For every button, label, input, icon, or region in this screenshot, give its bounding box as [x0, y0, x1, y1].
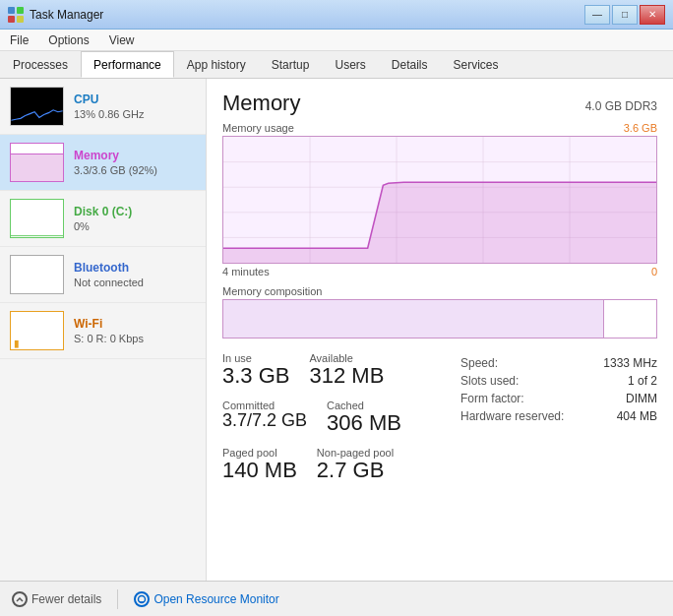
composition-chart — [222, 299, 657, 339]
tab-processes[interactable]: Processes — [0, 51, 81, 78]
sidebar-item-bluetooth[interactable]: Bluetooth Not connected — [0, 247, 206, 303]
panel-subtitle: 4.0 GB DDR3 — [585, 99, 657, 113]
memory-chart-section: Memory usage 3.6 GB — [222, 122, 657, 277]
main-content: CPU 13% 0.86 GHz Memory 3.3/3.6 GB (92%) — [0, 79, 673, 581]
cpu-detail: 13% 0.86 GHz — [74, 108, 145, 120]
window-controls: — □ ✕ — [584, 5, 665, 25]
fewer-details-icon — [12, 591, 28, 607]
bluetooth-thumbnail — [10, 255, 64, 294]
chart-time-row: 4 minutes 0 — [222, 266, 657, 277]
svg-rect-2 — [8, 16, 15, 23]
sidebar: CPU 13% 0.86 GHz Memory 3.3/3.6 GB (92%) — [0, 79, 207, 581]
svg-rect-5 — [11, 200, 63, 238]
tab-bar: Processes Performance App history Startu… — [0, 51, 673, 79]
form-label: Form factor: — [460, 392, 524, 405]
wifi-info: Wi-Fi S: 0 R: 0 Kbps — [74, 317, 144, 344]
tab-performance[interactable]: Performance — [81, 51, 174, 78]
stat-in-use: In use 3.3 GB — [222, 352, 289, 388]
close-button[interactable]: ✕ — [640, 5, 665, 25]
stats-container: In use 3.3 GB Available 312 MB Committed… — [222, 352, 657, 495]
stat-paged: Paged pool 140 MB — [222, 447, 297, 482]
bottom-separator — [117, 589, 118, 609]
right-stat-speed: Speed: 1333 MHz — [460, 356, 657, 370]
svg-rect-7 — [11, 312, 63, 350]
tab-users[interactable]: Users — [322, 51, 378, 78]
sidebar-item-wifi[interactable]: Wi-Fi S: 0 R: 0 Kbps — [0, 303, 206, 359]
tab-app-history[interactable]: App history — [174, 51, 259, 78]
cpu-info: CPU 13% 0.86 GHz — [74, 92, 145, 120]
stat-in-use-value: 3.3 GB — [222, 364, 289, 388]
app-icon — [8, 7, 24, 23]
open-monitor-label: Open Resource Monitor — [153, 592, 278, 606]
memory-chart — [222, 136, 657, 264]
bluetooth-info: Bluetooth Not connected — [74, 261, 144, 288]
menu-bar: File Options View — [0, 30, 673, 51]
memory-name: Memory — [74, 149, 157, 162]
stat-cached: Cached 306 MB — [327, 400, 401, 435]
svg-rect-1 — [17, 7, 24, 14]
disk-name: Disk 0 (C:) — [74, 205, 132, 218]
stats-left: In use 3.3 GB Available 312 MB Committed… — [222, 352, 460, 495]
memory-info: Memory 3.3/3.6 GB (92%) — [74, 149, 157, 176]
sidebar-item-disk[interactable]: Disk 0 (C:) 0% — [0, 191, 206, 247]
title-bar: Task Manager — □ ✕ — [0, 0, 673, 30]
menu-file[interactable]: File — [0, 30, 38, 50]
form-value: DIMM — [626, 392, 657, 405]
cpu-name: CPU — [74, 92, 145, 106]
stat-available: Available 312 MB — [309, 352, 384, 388]
open-monitor-icon — [134, 591, 150, 607]
open-monitor-link[interactable]: Open Resource Monitor — [134, 591, 278, 607]
composition-section: Memory composition — [222, 285, 657, 339]
slots-label: Slots used: — [460, 374, 519, 388]
chart-time-left: 4 minutes — [222, 266, 270, 277]
composition-used — [223, 300, 604, 338]
wifi-detail: S: 0 R: 0 Kbps — [74, 333, 144, 344]
right-stat-hw: Hardware reserved: 404 MB — [460, 409, 657, 423]
right-stat-slots: Slots used: 1 of 2 — [460, 374, 657, 388]
chart-label-row: Memory usage 3.6 GB — [222, 122, 657, 134]
tab-services[interactable]: Services — [441, 51, 512, 78]
disk-thumbnail — [10, 199, 64, 238]
wifi-thumbnail — [10, 311, 64, 350]
svg-marker-17 — [223, 182, 656, 263]
menu-view[interactable]: View — [99, 30, 145, 50]
panel-header: Memory 4.0 GB DDR3 — [222, 91, 657, 116]
sidebar-item-memory[interactable]: Memory 3.3/3.6 GB (92%) — [0, 135, 206, 191]
window-title: Task Manager — [30, 8, 103, 22]
tab-details[interactable]: Details — [379, 51, 441, 78]
menu-options[interactable]: Options — [38, 30, 98, 50]
tab-startup[interactable]: Startup — [259, 51, 323, 78]
panel-title: Memory — [222, 91, 300, 116]
memory-fill — [11, 154, 63, 182]
cpu-thumbnail — [10, 87, 64, 126]
chart-time-right: 0 — [651, 266, 657, 277]
right-stat-form: Form factor: DIMM — [460, 392, 657, 405]
stats-row3: Paged pool 140 MB Non-paged pool 2.7 GB — [222, 447, 460, 494]
minimize-button[interactable]: — — [584, 5, 610, 25]
stat-committed: Committed 3.7/7.2 GB — [222, 400, 307, 435]
disk-info: Disk 0 (C:) 0% — [74, 205, 132, 232]
maximize-button[interactable]: □ — [612, 5, 638, 25]
slots-value: 1 of 2 — [628, 374, 657, 388]
stat-paged-value: 140 MB — [222, 459, 297, 482]
stat-nonpaged-value: 2.7 GB — [317, 459, 394, 482]
svg-rect-3 — [17, 16, 24, 23]
stats-right: Speed: 1333 MHz Slots used: 1 of 2 Form … — [460, 352, 657, 495]
fewer-details-label: Fewer details — [31, 592, 101, 606]
chart-label: Memory usage — [222, 122, 294, 134]
memory-thumbnail — [10, 143, 64, 182]
svg-rect-6 — [11, 256, 63, 294]
fewer-details-link[interactable]: Fewer details — [12, 591, 101, 607]
svg-rect-4 — [11, 88, 62, 125]
title-bar-left: Task Manager — [8, 7, 103, 23]
stat-nonpaged: Non-paged pool 2.7 GB — [317, 447, 394, 482]
stat-cached-value: 306 MB — [327, 411, 401, 435]
stat-committed-value: 3.7/7.2 GB — [222, 411, 307, 431]
memory-detail: 3.3/3.6 GB (92%) — [74, 164, 157, 176]
svg-rect-0 — [8, 7, 15, 14]
bottom-bar: Fewer details Open Resource Monitor — [0, 581, 673, 616]
hw-value: 404 MB — [617, 409, 657, 423]
stat-available-value: 312 MB — [309, 364, 384, 388]
composition-label: Memory composition — [222, 285, 657, 297]
sidebar-item-cpu[interactable]: CPU 13% 0.86 GHz — [0, 79, 206, 135]
